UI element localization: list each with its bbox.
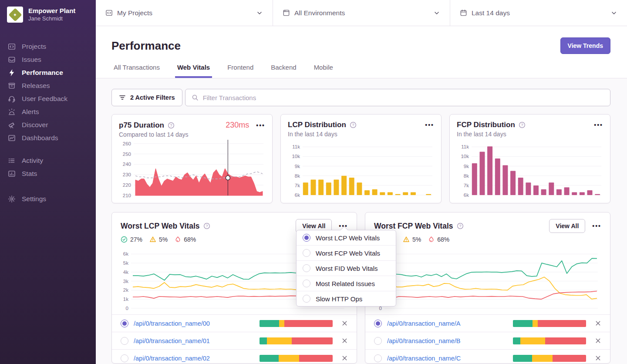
vitals-breakdown-bar xyxy=(260,355,333,362)
svg-text:240: 240 xyxy=(123,162,131,167)
transaction-radio[interactable] xyxy=(374,320,382,327)
svg-text:7k: 7k xyxy=(295,183,300,188)
close-icon[interactable] xyxy=(341,337,348,344)
svg-text:?: ? xyxy=(521,123,523,127)
org-logo-icon: ✦ xyxy=(7,7,23,23)
tab-all-transactions[interactable]: All Transactions xyxy=(111,64,162,78)
transaction-link[interactable]: /api/0/transaction_name/C xyxy=(387,355,513,362)
sidebar-item-projects[interactable]: Projects xyxy=(0,40,96,53)
menu-radio xyxy=(303,234,310,242)
tab-backend[interactable]: Backend xyxy=(269,64,298,78)
card-title: LCP Distribution xyxy=(288,121,346,129)
svg-text:7k: 7k xyxy=(464,183,469,188)
stats-icon xyxy=(8,170,16,178)
tab-web-vitals[interactable]: Web Vitals xyxy=(175,64,212,78)
chevron-down-icon xyxy=(610,10,617,17)
transaction-link[interactable]: /api/0/transaction_name/A xyxy=(387,320,513,327)
close-icon[interactable] xyxy=(595,320,601,327)
menu-radio xyxy=(303,264,310,272)
sidebar-item-alerts[interactable]: Alerts xyxy=(0,105,96,118)
help-icon[interactable]: ? xyxy=(350,121,357,128)
environment-selector[interactable]: All Environments xyxy=(273,0,450,26)
poor-stat: 68% xyxy=(175,236,196,243)
warning-triangle-icon xyxy=(403,236,410,243)
tab-mobile[interactable]: Mobile xyxy=(312,64,335,78)
table-row: /api/0/transaction_name/01 xyxy=(112,332,357,349)
window-icon xyxy=(283,9,290,17)
help-icon[interactable]: ? xyxy=(168,122,175,129)
calendar-icon xyxy=(460,9,467,17)
help-icon[interactable]: ? xyxy=(203,222,210,229)
card-menu-button[interactable]: ••• xyxy=(590,121,603,129)
chevron-down-icon xyxy=(433,10,440,17)
view-trends-button[interactable]: View Trends xyxy=(560,37,610,54)
lcp-distribution-card: LCP Distribution ? ••• In the last 14 da… xyxy=(280,114,442,203)
transaction-radio[interactable] xyxy=(121,320,128,327)
app-window: ✦ Empower Plant Jane Schmidt Projects Is… xyxy=(0,0,627,364)
close-icon[interactable] xyxy=(595,337,601,344)
card-menu-button[interactable]: ••• xyxy=(421,121,434,129)
card-subtitle: In the last 14 days xyxy=(288,131,434,138)
sidebar-item-stats[interactable]: Stats xyxy=(0,167,96,180)
search-input[interactable] xyxy=(203,94,604,101)
svg-text:?: ? xyxy=(170,123,172,128)
svg-text:220: 220 xyxy=(123,182,131,188)
global-filter-bar: My Projects All Environments Last 14 day… xyxy=(96,0,627,26)
table-row: /api/0/transaction_name/B xyxy=(365,332,610,349)
menu-item-most-related-issues[interactable]: Most Related Issues xyxy=(297,276,396,291)
svg-text:3k: 3k xyxy=(123,279,128,284)
p75-value: 230ms xyxy=(226,121,249,130)
transaction-link[interactable]: /api/0/transaction_name/02 xyxy=(134,355,260,362)
worst-fcp-chart: 01k2k3k4k5k6k xyxy=(370,246,600,313)
discover-icon xyxy=(8,121,16,129)
svg-text:4k: 4k xyxy=(123,270,128,275)
table-row: /api/0/transaction_name/02 xyxy=(112,349,357,364)
card-menu-button[interactable]: ••• xyxy=(589,222,601,230)
help-icon[interactable]: ? xyxy=(519,121,526,128)
close-icon[interactable] xyxy=(595,355,601,361)
close-icon[interactable] xyxy=(341,355,348,361)
page-title: Performance xyxy=(111,39,560,53)
active-filters-button[interactable]: 2 Active Filters xyxy=(111,89,182,106)
transaction-link[interactable]: /api/0/transaction_name/B xyxy=(387,337,513,344)
org-switcher[interactable]: ✦ Empower Plant Jane Schmidt xyxy=(0,0,96,27)
help-icon[interactable]: ? xyxy=(457,222,464,229)
menu-item-worst-fcp[interactable]: Worst FCP Web Vitals xyxy=(297,245,396,260)
svg-text:8k: 8k xyxy=(295,173,300,179)
menu-item-worst-fid[interactable]: Worst FID Web Vitals xyxy=(297,260,396,276)
user-feedback-icon xyxy=(8,95,16,103)
svg-text:9k: 9k xyxy=(295,164,300,169)
transaction-radio[interactable] xyxy=(374,354,382,362)
card-title: Worst FCP Web Vitals xyxy=(374,222,453,231)
sidebar-item-activity[interactable]: Activity xyxy=(0,154,96,167)
p75-duration-card: p75 Duration ? 230ms ••• Compared to las… xyxy=(111,114,273,203)
sidebar-item-releases[interactable]: Releases xyxy=(0,79,96,92)
transaction-radio[interactable] xyxy=(121,354,128,362)
sidebar-item-user-feedback[interactable]: User Feedback xyxy=(0,92,96,105)
transaction-radio[interactable] xyxy=(121,337,128,345)
svg-text:9k: 9k xyxy=(464,164,469,169)
date-range-selector[interactable]: Last 14 days xyxy=(450,0,627,26)
sidebar-item-discover[interactable]: Discover xyxy=(0,118,96,131)
transaction-link[interactable]: /api/0/transaction_name/00 xyxy=(134,320,260,327)
sidebar-item-settings[interactable]: Settings xyxy=(0,192,96,206)
flame-icon xyxy=(175,236,181,243)
sidebar-item-dashboards[interactable]: Dashboards xyxy=(0,131,96,145)
sidebar-item-issues[interactable]: Issues xyxy=(0,53,96,66)
releases-icon xyxy=(8,82,16,90)
table-row: /api/0/transaction_name/A xyxy=(365,314,610,332)
svg-text:8k: 8k xyxy=(464,173,469,179)
svg-text:260: 260 xyxy=(123,141,131,146)
fcp-distribution-chart: 6k7k8k9k10k11k xyxy=(457,138,603,199)
menu-item-worst-lcp[interactable]: Worst LCP Web Vitals xyxy=(297,230,396,245)
transaction-radio[interactable] xyxy=(374,337,382,345)
card-menu-button[interactable]: ••• xyxy=(253,121,265,129)
transaction-link[interactable]: /api/0/transaction_name/01 xyxy=(134,337,260,344)
close-icon[interactable] xyxy=(341,320,348,327)
view-all-button[interactable]: View All xyxy=(549,219,585,233)
sidebar-item-performance[interactable]: Performance xyxy=(0,66,96,79)
tab-frontend[interactable]: Frontend xyxy=(225,64,256,78)
project-selector[interactable]: My Projects xyxy=(96,0,273,26)
menu-item-slow-http-ops[interactable]: Slow HTTP Ops xyxy=(297,291,396,306)
performance-tabs: All Transactions Web Vitals Frontend Bac… xyxy=(111,64,610,78)
